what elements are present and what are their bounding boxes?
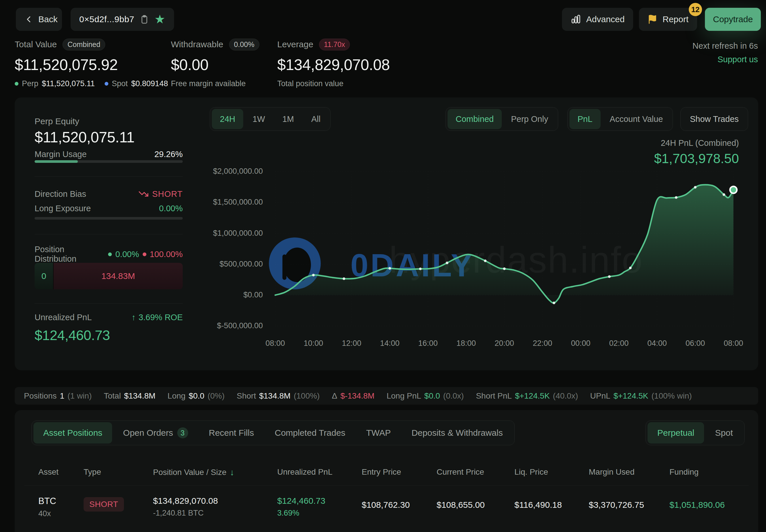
sort-desc-icon: ↓ [230,467,234,477]
metric-tabs: PnL Account Value [567,107,673,131]
long-label: Long [167,391,185,401]
col-position-value[interactable]: Position Value / Size↓ [153,467,277,477]
support-us-link[interactable]: Support us [718,55,758,64]
margin-usage-value: 29.26% [154,150,183,159]
delta-value: $-134.8M [340,391,374,401]
tab-deposits-withdrawals[interactable]: Deposits & Withdrawals [402,422,513,444]
report-button[interactable]: Report [639,8,697,31]
tab-account-value[interactable]: Account Value [602,109,671,129]
withdrawable-stat: Withdrawable 0.00% $0.00 Free margin ava… [171,38,259,88]
long-exposure-value: 0.00% [159,204,183,213]
back-button[interactable]: Back [16,8,62,31]
perp-value: $11,520,075.11 [42,79,95,88]
y-axis-tick: $1,000,000.00 [213,229,263,238]
cell-position-value: $134,829,070.08 -1,240.81 BTC [153,496,277,518]
copy-icon[interactable] [139,14,149,24]
direction-bias-row: Direction Bias SHORT [35,189,183,199]
col-unrealized-pnl[interactable]: Unrealized PnL [277,467,362,477]
market-toggle: Perpetual Spot [646,420,745,445]
upnl-pct: 3.69% [277,509,362,518]
short-dot-icon [143,252,146,256]
advanced-button[interactable]: Advanced [562,8,633,31]
asset-symbol: BTC [38,496,84,506]
positions-label: Positions [24,391,57,401]
long-exposure-row: Long Exposure 0.00% [35,204,183,213]
funding-value: $1,051,890.06 [669,496,750,510]
total-value: $134.8M [124,391,155,401]
tab-twap[interactable]: TWAP [356,422,401,444]
arrow-up-icon: ↑ [131,313,136,322]
x-axis-tick: 12:00 [342,339,361,348]
divider [24,485,749,486]
leverage-chip: 11.70x [319,39,350,50]
total-label: Total [104,391,121,401]
tab-24h[interactable]: 24H [212,109,243,129]
long-pnl-note: (0.0x) [443,391,464,401]
col-liq-price[interactable]: Liq. Price [514,467,589,477]
upnl-value: $124,460.73 [277,496,362,506]
col-type[interactable]: Type [84,467,153,477]
col-current-price[interactable]: Current Price [437,467,514,477]
short-type-badge: SHORT [84,497,124,512]
asset-leverage: 40x [38,509,84,518]
toggle-perpetual[interactable]: Perpetual [648,422,704,444]
portfolio-chart-card: hyperdash.info 0DAILY Perp Equity $11,52… [15,97,758,370]
perp-label: Perp [22,79,38,88]
unrealized-pnl-row: Unrealized PnL ↑ 3.69% ROE [35,313,183,322]
wallet-address-pill[interactable]: 0×5d2f...9bb7 ★ [71,8,174,31]
y-axis-tick: $0.00 [243,290,263,299]
short-label: Short [237,391,256,401]
x-axis-tick: 16:00 [418,339,438,348]
long-pnl-value: $0.0 [424,391,440,401]
position-value: $134,829,070.08 [153,496,277,506]
toggle-spot[interactable]: Spot [705,422,743,444]
back-label: Back [38,14,58,24]
long-note: (0%) [207,391,224,401]
col-entry-price[interactable]: Entry Price [362,467,437,477]
table-header-row: Asset Type Position Value / Size↓ Unreal… [38,467,750,477]
perp-equity-value: $11,520,075.11 [35,129,183,146]
tab-1w[interactable]: 1W [244,109,273,129]
current-price: $108,655.00 [437,496,514,510]
tab-completed-trades[interactable]: Completed Trades [265,422,355,444]
tab-pnl[interactable]: PnL [569,109,601,129]
delta-label: Δ [332,391,337,401]
report-label: Report [663,14,688,24]
tab-open-orders[interactable]: Open Orders 3 [113,422,198,444]
margin-usage-row: Margin Usage 29.26% [35,150,183,159]
chart-pnl-value: $1,703,978.50 [654,151,739,166]
mode-tabs: Combined Perp Only [446,107,558,131]
cell-asset: BTC 40x [38,496,84,518]
leverage-sub: Total position value [277,79,344,88]
col-asset[interactable]: Asset [38,467,84,477]
positions-count: 1 [60,391,65,401]
col-funding[interactable]: Funding [669,467,750,477]
tab-perp-only[interactable]: Perp Only [503,109,556,129]
copytrade-label: Copytrade [713,14,753,24]
tab-recent-fills[interactable]: Recent Fills [199,422,264,444]
positions-table-card: Asset Positions Open Orders 3 Recent Fil… [15,410,758,532]
table-row[interactable]: BTC 40x SHORT $134,829,070.08 -1,240.81 … [38,496,750,518]
col-margin-used[interactable]: Margin Used [589,467,669,477]
favorite-star-icon[interactable]: ★ [154,13,165,25]
trending-down-icon [138,189,149,199]
pnl-area-chart[interactable] [271,164,749,337]
advanced-label: Advanced [586,14,625,24]
tab-1m[interactable]: 1M [274,109,302,129]
tab-all[interactable]: All [303,109,329,129]
tab-asset-positions[interactable]: Asset Positions [33,422,112,444]
roe-value: 3.69% ROE [139,313,183,322]
chart-pnl-block: 24H PnL (Combined) $1,703,978.50 [654,138,739,166]
unrealized-pnl-label: Unrealized PnL [35,313,92,322]
show-trades-button[interactable]: Show Trades [680,107,748,131]
x-axis-tick: 22:00 [533,339,552,348]
liq-price: $116,490.18 [514,496,589,510]
withdrawable-chip: 0.00% [229,39,259,50]
tab-combined[interactable]: Combined [448,109,502,129]
table-tabs: Asset Positions Open Orders 3 Recent Fil… [31,420,515,445]
copytrade-button[interactable]: Copytrade [705,8,761,31]
direction-bias-label: Direction Bias [35,189,86,199]
positions-summary-bar: Positions1(1 win) Total$134.8M Long$0.0(… [15,387,758,405]
y-axis-tick: $500,000.00 [220,260,263,269]
withdrawable-sub: Free margin available [171,79,246,88]
